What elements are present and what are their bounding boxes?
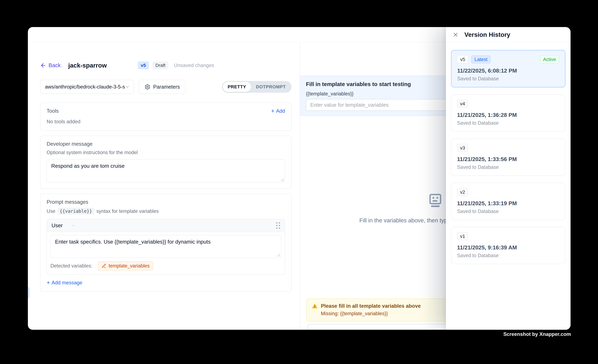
version-card[interactable]: v2 11/21/2025, 1:33:19 PM Saved to Datab… <box>451 183 565 220</box>
chevron-down-icon <box>125 84 130 89</box>
hint-suffix: syntax for template variables <box>96 208 159 214</box>
version-badge-row: v2 <box>457 188 559 196</box>
plus-icon: + <box>47 280 50 286</box>
version-number-badge: v3 <box>457 144 468 152</box>
prompt-messages-title: Prompt messages <box>47 199 285 205</box>
developer-message-subtitle: Optional system instructions for the mod… <box>47 150 285 155</box>
view-mode-toggle: PRETTY DOTPROMPT <box>222 81 291 93</box>
message-content-textarea[interactable]: Enter task specifics. Use {{template_var… <box>50 235 281 258</box>
active-badge: Active <box>540 55 559 64</box>
detected-variables-row: Detected variables: template_variables <box>47 258 285 274</box>
version-card[interactable]: v3 11/21/2025, 1:33:56 PM Saved to Datab… <box>451 139 565 176</box>
prompt-messages-hint: Use {{variable}} syntax for template var… <box>47 208 285 215</box>
version-list: v5 Latest Active 11/22/2025, 6:08:12 PM … <box>446 42 571 330</box>
drag-handle-icon[interactable] <box>276 222 280 229</box>
version-status: Saved to Database <box>457 120 559 126</box>
variable-syntax-chip: {{variable}} <box>58 208 94 215</box>
detected-variables-label: Detected variables: <box>50 263 92 269</box>
warning-title: Please fill in all template variables ab… <box>321 303 421 309</box>
version-status: Saved to Database <box>457 253 559 258</box>
version-timestamp: 11/21/2025, 1:33:19 PM <box>457 200 559 207</box>
plus-icon: + <box>271 108 274 114</box>
hint-prefix: Use <box>47 208 55 214</box>
version-number-badge: v5 <box>457 55 468 64</box>
back-button[interactable]: Back <box>40 62 61 68</box>
version-history-header: Version History <box>446 27 571 42</box>
version-number-badge: v2 <box>457 188 468 196</box>
developer-message-title: Developer message <box>47 141 285 147</box>
version-badge-row: v4 <box>457 100 559 108</box>
version-number-badge: v4 <box>457 100 468 108</box>
developer-message-textarea[interactable]: Respond as you are tom cruise <box>47 159 285 182</box>
add-message-button[interactable]: + Add message <box>47 280 285 286</box>
breadcrumb-row: Back jack-sparrow v5 Draft Unsaved chang… <box>40 61 291 69</box>
draft-badge: Draft <box>152 61 168 69</box>
version-badge: v5 <box>138 61 149 69</box>
version-card[interactable]: v5 Latest Active 11/22/2025, 6:08:12 PM … <box>451 50 565 87</box>
version-number-badge: v1 <box>457 232 468 240</box>
arrow-left-icon <box>40 62 46 68</box>
version-timestamp: 11/21/2025, 1:36:28 PM <box>457 112 559 118</box>
page-title: jack-sparrow <box>68 62 107 69</box>
tools-card: Tools + Add No tools added <box>40 103 291 131</box>
toggle-pretty[interactable]: PRETTY <box>223 82 251 92</box>
bot-icon <box>427 192 444 209</box>
watermark-label: Screenshot by Xnapper.com <box>503 331 571 337</box>
screenshot-backdrop: Back jack-sparrow v5 Draft Unsaved chang… <box>0 0 598 364</box>
message-role-value: User <box>51 223 63 229</box>
version-timestamp: 11/21/2025, 1:33:56 PM <box>457 156 559 162</box>
version-card[interactable]: v1 11/21/2025, 9:16:39 AM Saved to Datab… <box>451 227 565 264</box>
warning-triangle-icon <box>312 303 318 309</box>
chevron-down-icon <box>71 223 75 228</box>
detected-variable-chip[interactable]: template_variables <box>98 261 153 270</box>
add-message-label: Add message <box>52 280 82 286</box>
model-select[interactable]: aws/anthropic/bedrock-claude-3-5-s... <box>40 80 134 94</box>
close-icon[interactable] <box>452 32 459 38</box>
message-role-header[interactable]: User <box>47 219 285 232</box>
version-badge-row: v1 <box>457 232 559 240</box>
add-tool-button[interactable]: + Add <box>271 108 285 114</box>
parameters-label: Parameters <box>153 84 180 90</box>
prompt-editor-column: Back jack-sparrow v5 Draft Unsaved chang… <box>28 42 300 330</box>
version-timestamp: 11/21/2025, 9:16:39 AM <box>457 244 559 251</box>
parameters-button[interactable]: Parameters <box>139 80 185 94</box>
version-card[interactable]: v4 11/21/2025, 1:36:28 PM Saved to Datab… <box>451 94 565 132</box>
detected-variable-name: template_variables <box>108 263 150 269</box>
pencil-icon <box>101 264 106 268</box>
version-history-title: Version History <box>465 31 510 38</box>
model-select-value: aws/anthropic/bedrock-claude-3-5-s... <box>45 84 125 90</box>
notification-edge-sliver <box>28 287 30 298</box>
tools-title: Tools <box>47 108 59 114</box>
header-badges: v5 Draft Unsaved changes <box>138 61 214 69</box>
version-status: Saved to Database <box>457 76 559 82</box>
latest-badge: Latest <box>471 55 491 64</box>
prompt-messages-card: Prompt messages Use {{variable}} syntax … <box>40 194 291 292</box>
tools-empty-text: No tools added <box>47 119 285 124</box>
empty-state-caption: Fill in the variables above, then type <box>359 217 450 224</box>
version-status: Saved to Database <box>457 164 559 170</box>
toggle-dotprompt[interactable]: DOTPROMPT <box>251 82 291 92</box>
gear-icon <box>144 84 150 90</box>
version-history-panel: Version History v5 Latest Active 11/22/2… <box>446 27 571 330</box>
unsaved-changes-label: Unsaved changes <box>174 63 214 68</box>
version-badge-row: v5 Latest Active <box>457 55 559 64</box>
developer-message-card: Developer message Optional system instru… <box>40 136 291 189</box>
version-badge-row: v3 <box>457 144 559 152</box>
add-tool-label: Add <box>276 108 285 114</box>
app-window: Back jack-sparrow v5 Draft Unsaved chang… <box>28 27 571 330</box>
model-toolbar: aws/anthropic/bedrock-claude-3-5-s... Pa… <box>40 80 291 94</box>
prompt-message-block: User Enter task specifics. Use {{templat… <box>47 219 285 275</box>
back-label: Back <box>49 62 61 68</box>
version-timestamp: 11/22/2025, 6:08:12 PM <box>457 67 559 74</box>
version-status: Saved to Database <box>457 208 559 214</box>
